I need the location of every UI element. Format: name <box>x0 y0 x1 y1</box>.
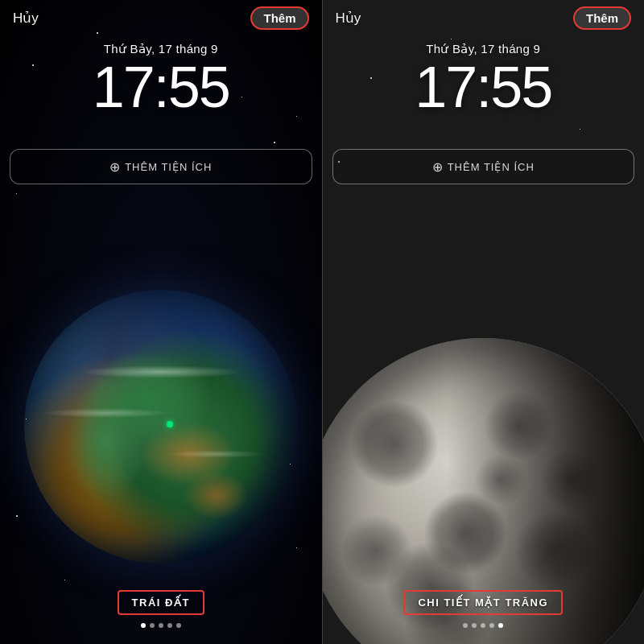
widget-box-right[interactable]: ⊕ THÊM TIỆN ÍCH <box>332 149 635 184</box>
left-phone-panel: Hủy Thêm Thứ Bảy, 17 tháng 9 17:55 ⊕ THÊ… <box>0 0 322 644</box>
add-button-right[interactable]: Thêm <box>573 6 631 30</box>
wallpaper-name-box-right: CHI TIẾT MẶT TRĂNG <box>403 590 563 615</box>
widget-label-right: THÊM TIỆN ÍCH <box>448 161 535 173</box>
widget-label-left: THÊM TIỆN ÍCH <box>125 161 212 173</box>
time-left: 17:55 <box>93 58 229 116</box>
dot-1-left <box>141 623 146 628</box>
widget-box-left[interactable]: ⊕ THÊM TIỆN ÍCH <box>10 149 312 184</box>
dot-2-left <box>150 623 155 628</box>
wallpaper-name-left: TRÁI ĐẤT <box>132 597 190 609</box>
add-button-left[interactable]: Thêm <box>250 6 308 30</box>
bottom-area-right: CHI TIẾT MẶT TRĂNG <box>323 590 645 628</box>
dot-1-right <box>463 623 468 628</box>
dot-indicators-right <box>463 623 503 628</box>
cancel-button-left[interactable]: Hủy <box>13 10 39 27</box>
plus-icon-left: ⊕ <box>109 159 120 175</box>
top-bar-right: Hủy Thêm <box>323 0 645 35</box>
dot-5-left <box>176 623 181 628</box>
datetime-block-left: Thứ Bảy, 17 tháng 9 17:55 <box>0 42 322 116</box>
earth-globe <box>24 290 298 564</box>
plus-icon-right: ⊕ <box>432 159 443 175</box>
location-dot <box>167 421 173 427</box>
wallpaper-name-box-left: TRÁI ĐẤT <box>118 590 204 615</box>
dot-4-left <box>167 623 172 628</box>
top-bar-left: Hủy Thêm <box>0 0 322 35</box>
dot-3-left <box>159 623 163 628</box>
datetime-block-right: Thứ Bảy, 17 tháng 9 17:55 <box>323 42 645 116</box>
right-phone-panel: Hủy Thêm Thứ Bảy, 17 tháng 9 17:55 ⊕ THÊ… <box>323 0 645 644</box>
time-right: 17:55 <box>415 58 551 116</box>
dot-indicators-left <box>141 623 181 628</box>
dot-3-right <box>481 623 485 628</box>
cancel-button-right[interactable]: Hủy <box>336 10 361 27</box>
dot-4-right <box>489 623 494 628</box>
dot-2-right <box>472 623 477 628</box>
dot-5-right <box>498 623 503 628</box>
bottom-area-left: TRÁI ĐẤT <box>0 590 322 628</box>
wallpaper-name-right: CHI TIẾT MẶT TRĂNG <box>418 597 548 609</box>
